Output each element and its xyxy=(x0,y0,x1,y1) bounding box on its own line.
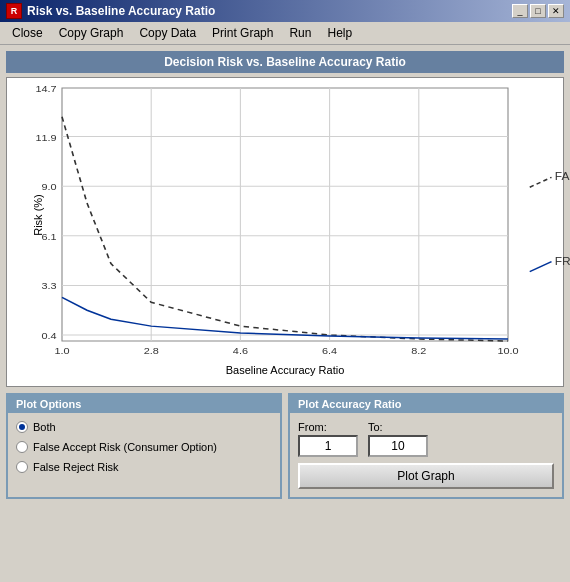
y-axis-label: Risk (%) xyxy=(32,194,44,236)
menu-copy-data[interactable]: Copy Data xyxy=(131,24,204,42)
plot-graph-button[interactable]: Plot Graph xyxy=(298,463,554,489)
chart-title: Decision Risk vs. Baseline Accuracy Rati… xyxy=(6,51,564,73)
minimize-button[interactable]: _ xyxy=(512,4,528,18)
radio-false-reject[interactable]: False Reject Risk xyxy=(16,461,272,473)
plot-options-title: Plot Options xyxy=(8,395,280,413)
main-content: Decision Risk vs. Baseline Accuracy Rati… xyxy=(0,45,570,505)
to-label: To: xyxy=(368,421,428,433)
title-buttons: _ □ ✕ xyxy=(512,4,564,18)
radio-both-label: Both xyxy=(33,421,56,433)
menu-run[interactable]: Run xyxy=(281,24,319,42)
svg-text:4.6: 4.6 xyxy=(233,345,248,355)
plot-accuracy-content: From: To: Plot Graph xyxy=(290,413,562,497)
to-input[interactable] xyxy=(368,435,428,457)
svg-text:6.4: 6.4 xyxy=(322,345,337,355)
radio-dot-false-reject xyxy=(16,461,28,473)
chart-svg: 14.7 11.9 9.0 6.1 3.3 0.4 1.0 2.8 4.6 6.… xyxy=(62,88,508,341)
svg-text:0.4: 0.4 xyxy=(41,330,56,340)
radio-both[interactable]: Both xyxy=(16,421,272,433)
svg-line-24 xyxy=(530,262,552,272)
radio-false-accept-label: False Accept Risk (Consumer Option) xyxy=(33,441,217,453)
title-bar: R Risk vs. Baseline Accuracy Ratio _ □ ✕ xyxy=(0,0,570,22)
x-axis-label: Baseline Accuracy Ratio xyxy=(226,364,345,376)
menu-close[interactable]: Close xyxy=(4,24,51,42)
from-to-row: From: To: xyxy=(298,421,554,457)
menu-bar: Close Copy Graph Copy Data Print Graph R… xyxy=(0,22,570,45)
radio-false-accept[interactable]: False Accept Risk (Consumer Option) xyxy=(16,441,272,453)
radio-false-reject-label: False Reject Risk xyxy=(33,461,119,473)
bottom-panels: Plot Options Both False Accept Risk (Con… xyxy=(6,393,564,499)
plot-options-panel: Plot Options Both False Accept Risk (Con… xyxy=(6,393,282,499)
window-title: Risk vs. Baseline Accuracy Ratio xyxy=(27,4,215,18)
svg-line-22 xyxy=(530,177,552,187)
svg-text:FA: FA xyxy=(555,171,570,182)
plot-accuracy-title: Plot Accuracy Ratio xyxy=(290,395,562,413)
svg-text:3.3: 3.3 xyxy=(41,281,56,291)
svg-text:6.1: 6.1 xyxy=(41,231,56,241)
to-field-group: To: xyxy=(368,421,428,457)
from-label: From: xyxy=(298,421,358,433)
svg-text:FR: FR xyxy=(555,255,570,266)
radio-group: Both False Accept Risk (Consumer Option)… xyxy=(16,421,272,473)
close-window-button[interactable]: ✕ xyxy=(548,4,564,18)
svg-text:14.7: 14.7 xyxy=(35,83,56,93)
plot-options-content: Both False Accept Risk (Consumer Option)… xyxy=(8,413,280,481)
app-icon: R xyxy=(6,3,22,19)
radio-dot-both xyxy=(16,421,28,433)
svg-text:11.9: 11.9 xyxy=(35,132,56,142)
chart-container: Risk (%) Baseline Accuracy Ratio xyxy=(6,77,564,387)
svg-text:1.0: 1.0 xyxy=(54,345,69,355)
svg-text:9.0: 9.0 xyxy=(41,182,56,192)
svg-rect-0 xyxy=(62,88,508,341)
svg-text:2.8: 2.8 xyxy=(144,345,159,355)
from-field-group: From: xyxy=(298,421,358,457)
plot-accuracy-panel: Plot Accuracy Ratio From: To: Plot Graph xyxy=(288,393,564,499)
chart-inner: Risk (%) Baseline Accuracy Ratio xyxy=(62,88,508,341)
menu-print-graph[interactable]: Print Graph xyxy=(204,24,281,42)
svg-text:8.2: 8.2 xyxy=(411,345,426,355)
from-input[interactable] xyxy=(298,435,358,457)
menu-copy-graph[interactable]: Copy Graph xyxy=(51,24,132,42)
svg-text:10.0: 10.0 xyxy=(497,345,518,355)
maximize-button[interactable]: □ xyxy=(530,4,546,18)
plot-accuracy-inner: From: To: Plot Graph xyxy=(298,421,554,489)
menu-help[interactable]: Help xyxy=(319,24,360,42)
title-bar-left: R Risk vs. Baseline Accuracy Ratio xyxy=(6,3,215,19)
radio-dot-false-accept xyxy=(16,441,28,453)
